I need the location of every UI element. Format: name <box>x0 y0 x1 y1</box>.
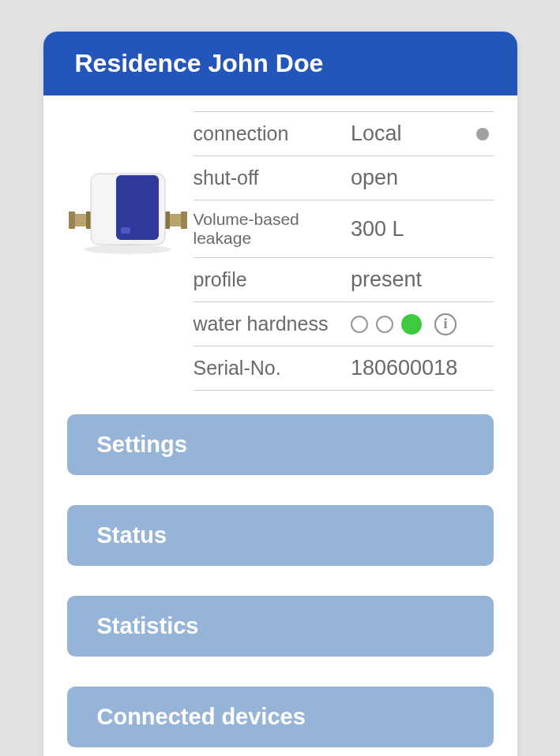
label-profile: profile <box>194 268 351 291</box>
label-serial: Serial-No. <box>194 357 351 380</box>
menu-connected-devices[interactable]: Connected devices <box>67 687 494 747</box>
svg-rect-8 <box>121 227 130 234</box>
svg-rect-2 <box>86 211 91 229</box>
value-hardness: i <box>351 313 494 335</box>
hardness-dot-2 <box>376 316 393 333</box>
row-connection: connection Local <box>194 111 494 155</box>
svg-point-9 <box>85 245 171 254</box>
row-leakage: Volume-based leakage 300 L <box>194 200 494 257</box>
menu-status[interactable]: Status <box>67 505 494 566</box>
row-shutoff: shut-off open <box>194 155 494 200</box>
connection-text: Local <box>351 122 402 146</box>
row-profile: profile present <box>194 257 494 301</box>
device-summary: connection Local shut-off open Volume-ba… <box>67 111 494 391</box>
value-serial: 180600018 <box>351 356 494 380</box>
device-icon <box>69 170 187 257</box>
label-connection: connection <box>194 122 351 145</box>
menu-settings[interactable]: Settings <box>67 414 494 475</box>
card-content: connection Local shut-off open Volume-ba… <box>43 95 517 756</box>
svg-rect-5 <box>181 211 187 229</box>
svg-rect-3 <box>165 211 170 229</box>
hardness-dot-3 <box>401 314 422 335</box>
row-hardness: water hardness i <box>194 301 494 346</box>
connection-status-dot <box>476 128 489 140</box>
card-header: Residence John Doe <box>43 32 517 95</box>
row-serial: Serial-No. 180600018 <box>194 346 494 391</box>
label-shutoff: shut-off <box>194 167 351 189</box>
info-table: connection Local shut-off open Volume-ba… <box>194 111 494 391</box>
info-icon[interactable]: i <box>434 313 457 335</box>
label-leakage: Volume-based leakage <box>194 210 351 248</box>
value-shutoff: open <box>351 166 494 190</box>
device-card: Residence John Doe <box>43 32 517 756</box>
value-connection: Local <box>351 122 494 146</box>
value-leakage: 300 L <box>351 217 494 241</box>
menu-statistics[interactable]: Statistics <box>67 596 494 657</box>
value-profile: present <box>351 268 494 292</box>
device-image <box>67 111 190 316</box>
svg-rect-1 <box>75 214 86 226</box>
svg-rect-4 <box>170 214 181 226</box>
svg-rect-0 <box>69 211 75 229</box>
card-title: Residence John Doe <box>75 49 324 77</box>
menu: Settings Status Statistics Connected dev… <box>67 414 494 747</box>
label-hardness: water hardness <box>194 313 351 335</box>
hardness-dot-1 <box>351 316 368 333</box>
